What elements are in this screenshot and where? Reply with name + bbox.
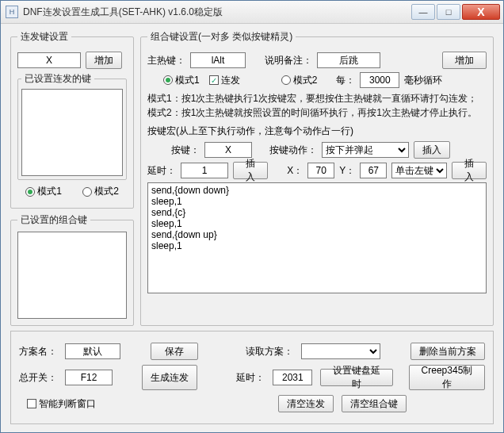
combo-mode2-radio[interactable]: 模式2 xyxy=(281,74,318,87)
maximize-button[interactable]: □ xyxy=(437,4,460,20)
combo-settings-legend: 组合键设置(一对多 类似按键精灵) xyxy=(147,30,296,44)
combo-add-button[interactable]: 增加 xyxy=(442,52,487,69)
plan-name-label: 方案名： xyxy=(19,345,57,358)
app-window: H DNF连发设置生成工具(SET-AHK) v1.6.0稳定版 — □ X 连… xyxy=(0,0,504,433)
rapid-configured-group: 已设置连发的键 xyxy=(17,72,127,180)
left-column: 连发键设置 增加 已设置连发的键 模式1 模式2 已设置的组合 xyxy=(10,30,134,326)
combo-configured-legend: 已设置的组合键 xyxy=(17,213,90,227)
macro-delay-input[interactable] xyxy=(181,163,228,178)
smart-window-label: 智能判断窗口 xyxy=(39,397,96,411)
macro-action-label: 按键动作： xyxy=(269,144,317,157)
master-switch-input[interactable] xyxy=(65,370,113,385)
macro-insert-key-button[interactable]: 插入 xyxy=(414,141,450,159)
macro-x-label: X： xyxy=(287,164,303,178)
window-controls: — □ X xyxy=(411,4,503,20)
rapid-configured-list[interactable] xyxy=(21,89,123,176)
every-unit: 毫秒循环 xyxy=(404,74,442,87)
main-hotkey-input[interactable] xyxy=(190,52,246,68)
combo-mode2-label: 模式2 xyxy=(293,74,318,87)
left-mode1-radio[interactable]: 模式1 xyxy=(25,185,62,198)
combo-mode1-label: 模式1 xyxy=(175,74,200,87)
plan-delete-button[interactable]: 删除当前方案 xyxy=(410,343,485,360)
repeat-label: 连发 xyxy=(221,74,240,87)
bottom-delay-label: 延时： xyxy=(236,371,265,385)
bottom-panel: 方案名： 保存 读取方案： 删除当前方案 总开关： 生成连发 延时： xyxy=(10,331,494,424)
top-row: 连发键设置 增加 已设置连发的键 模式1 模式2 已设置的组合 xyxy=(10,30,494,326)
repeat-checkbox[interactable]: 连发 xyxy=(209,74,240,87)
rapid-configured-legend: 已设置连发的键 xyxy=(21,72,94,86)
macro-delay-label: 延时： xyxy=(147,164,176,178)
mode-desc-1: 模式1：按1次主热键执行1次按键宏，要想按住主热键就一直循环请打勾连发； xyxy=(147,91,487,105)
close-button[interactable]: X xyxy=(462,4,500,20)
titlebar: H DNF连发设置生成工具(SET-AHK) v1.6.0稳定版 — □ X xyxy=(1,1,503,24)
rapid-key-input[interactable] xyxy=(17,52,81,68)
clear-rapid-button[interactable]: 清空连发 xyxy=(278,395,334,412)
macro-x-input[interactable] xyxy=(307,163,334,178)
combo-configured-group: 已设置的组合键 xyxy=(10,213,134,326)
left-mode2-label: 模式2 xyxy=(94,185,119,198)
smart-window-checkbox[interactable]: 智能判断窗口 xyxy=(27,397,96,411)
bottom-delay-input[interactable] xyxy=(273,370,312,385)
clear-combo-button[interactable]: 清空组合键 xyxy=(342,395,407,412)
macro-insert-click-button[interactable]: 插入 xyxy=(452,162,487,179)
plan-read-label: 读取方案： xyxy=(246,345,293,358)
rapid-key-legend: 连发键设置 xyxy=(17,30,71,44)
rapid-key-group: 连发键设置 增加 已设置连发的键 模式1 模式2 xyxy=(10,30,134,209)
plan-name-input[interactable] xyxy=(65,343,120,359)
note-input[interactable] xyxy=(317,52,380,68)
macro-click-select[interactable]: 单击左键 xyxy=(391,163,447,178)
macro-key-label: 按键： xyxy=(171,144,200,157)
combo-settings-group: 组合键设置(一对多 类似按键精灵) 主热键： 说明备注： 增加 模式1 连发 模… xyxy=(140,30,494,326)
left-mode1-label: 模式1 xyxy=(37,185,62,198)
rapid-add-button[interactable]: 增加 xyxy=(86,52,122,69)
app-icon: H xyxy=(6,6,18,18)
master-switch-label: 总开关： xyxy=(19,371,57,385)
credit-button[interactable]: Creep345制作 xyxy=(409,365,485,390)
plan-save-button[interactable]: 保存 xyxy=(151,343,198,360)
main-hotkey-label: 主热键： xyxy=(147,54,185,67)
macro-insert-delay-button[interactable]: 插入 xyxy=(233,162,268,179)
macro-action-select[interactable]: 按下并弹起 xyxy=(322,142,409,158)
macro-title: 按键宏(从上至下执行动作，注意每个动作占一行) xyxy=(147,125,487,138)
combo-mode1-radio[interactable]: 模式1 xyxy=(163,74,200,87)
mode-desc-2: 模式2：按1次主热键就按照设置的时间循环执行，再按1次主热键才停止执行。 xyxy=(147,105,487,120)
window-title: DNF连发设置生成工具(SET-AHK) v1.6.0稳定版 xyxy=(23,6,411,19)
every-label: 每： xyxy=(336,74,355,87)
client-area: 连发键设置 增加 已设置连发的键 模式1 模式2 已设置的组合 xyxy=(1,24,503,432)
macro-textarea[interactable] xyxy=(147,182,487,293)
macro-y-input[interactable] xyxy=(360,163,387,178)
mode-description: 模式1：按1次主热键执行1次按键宏，要想按住主热键就一直循环请打勾连发； 模式2… xyxy=(147,91,487,120)
combo-configured-list[interactable] xyxy=(17,232,127,319)
every-input[interactable] xyxy=(360,72,399,88)
left-mode2-radio[interactable]: 模式2 xyxy=(82,185,119,198)
minimize-button[interactable]: — xyxy=(411,4,435,20)
plan-read-select[interactable] xyxy=(301,343,380,359)
generate-button[interactable]: 生成连发 xyxy=(142,365,197,390)
set-keyboard-delay-button[interactable]: 设置键盘延时 xyxy=(320,369,393,386)
macro-y-label: Y： xyxy=(339,164,355,178)
macro-key-input[interactable] xyxy=(204,142,252,158)
note-label: 说明备注： xyxy=(265,54,312,67)
